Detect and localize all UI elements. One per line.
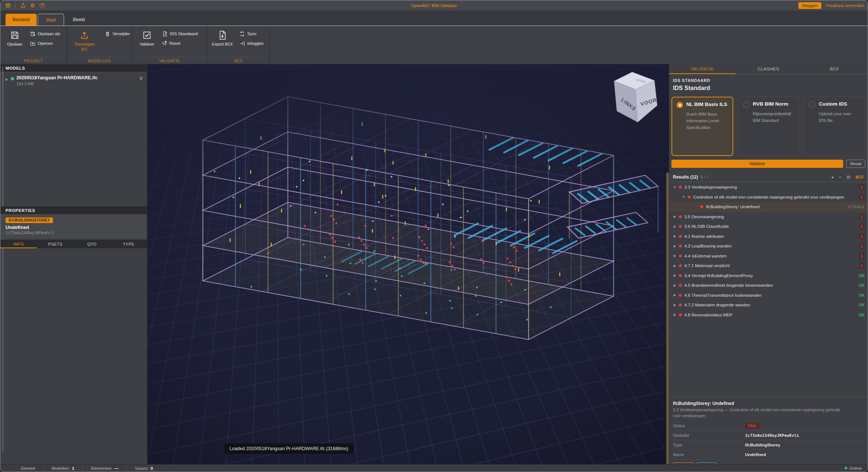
result-row[interactable]: ▶4.6 ThermalTransmittance buitenwandenOK	[669, 290, 868, 300]
help-icon[interactable]: ?	[39, 3, 45, 9]
result-row[interactable]: ▶4.7.2 Materialen dragende wandenOK	[669, 300, 868, 310]
expand-icon[interactable]: ▶	[673, 274, 677, 277]
inloggen-ribbon-button[interactable]: Inloggen	[238, 39, 265, 47]
expand-icon[interactable]: ▶	[673, 264, 677, 267]
reset-button[interactable]: Reset	[846, 160, 865, 168]
expand-icon[interactable]: ▶	[673, 235, 677, 238]
expand-icon[interactable]: ▶	[673, 225, 677, 228]
result-label: 4.5 Brandwerendheid dragende binnenwande…	[684, 283, 773, 287]
element-guid: 1c73oAu1X4RuyJKPeuKvli	[6, 231, 142, 235]
tab-bestand[interactable]: Bestand	[6, 14, 37, 26]
result-row[interactable]: ▼Controleer of elk model een consistente…	[669, 192, 868, 202]
trash-icon	[105, 31, 110, 37]
result-row[interactable]: ▶4.7.1 Materiaal verplicht1	[669, 261, 868, 271]
reset-icon: ↺	[162, 41, 167, 46]
failed-count: 7	[707, 175, 709, 179]
close-icon[interactable]: ×	[839, 175, 841, 179]
sync-icon	[239, 31, 245, 37]
rule-dot-icon	[679, 215, 682, 218]
opslaan-als-button[interactable]: Opslaan als	[29, 30, 62, 38]
app-window: ⚙ ? OpenAEC BIM Validator Inloggen Feedb…	[0, 0, 868, 472]
expand-icon[interactable]: ▶	[673, 245, 677, 248]
results-scrollbar[interactable]	[666, 173, 669, 465]
collapse-icon[interactable]: ▼	[673, 186, 677, 189]
ids-standaard-button[interactable]: IDS Standaard	[161, 30, 199, 38]
ribbon-group-validatie: Valideer IDS Standaard ↺ Reset VALIDATIE	[132, 26, 208, 64]
rule-dot-icon	[679, 284, 682, 287]
expand-icon[interactable]: ▶	[6, 78, 8, 81]
ribbon: Opslaan Opslaan als Openen PROJECT Toevo…	[0, 26, 868, 64]
opslaan-button[interactable]: Opslaan	[3, 28, 27, 56]
result-row[interactable]: ▶4.5 Brandwerendheid dragende binnenwand…	[669, 280, 868, 290]
title-bar: ⚙ ? OpenAEC BIM Validator Inloggen Feedb…	[0, 0, 868, 10]
ids-option-cards: NL BIM Basis ILS Dutch BIM Base Informat…	[671, 97, 865, 156]
option-custom-ids[interactable]: Custom IDS Upload your own IDS file	[804, 97, 865, 156]
models-count-label: Modellen:	[51, 466, 70, 471]
navigation-cube[interactable]: LINKS VOOR BOVEN	[609, 70, 664, 126]
radio-icon[interactable]	[809, 102, 815, 108]
valideer-ribbon-button[interactable]: Valideer	[135, 28, 159, 56]
tab-beeld[interactable]: Beeld	[69, 14, 88, 26]
result-row[interactable]: ▼3.3 Verdiepingsnaamgeving1	[669, 182, 868, 192]
elements-count-value: —	[114, 466, 119, 471]
sync-button[interactable]: Sync	[238, 30, 258, 38]
toevoegen-ifc-button[interactable]: Toevoegen IFC	[71, 28, 98, 56]
viewport-3d[interactable]: LINKS VOOR BOVEN Loaded 20200518Yangsan …	[147, 64, 669, 465]
tab-info[interactable]: INFO	[0, 240, 37, 248]
valideer-button[interactable]: Valideer	[671, 160, 843, 168]
result-row[interactable]: ▶4.3 LoadBearing wanden1	[669, 241, 868, 251]
verwijder-button[interactable]: Verwijder	[103, 30, 131, 38]
expand-icon[interactable]: ▶	[673, 254, 677, 257]
tab-type[interactable]: TYPE	[110, 240, 147, 248]
result-row[interactable]: IfcBuildingStorey: Undefined1c73oAu1	[669, 202, 868, 212]
left-splitter[interactable]	[147, 64, 147, 464]
expand-icon[interactable]: ▶	[673, 293, 677, 297]
issue-count-badge: 1	[859, 194, 865, 200]
radio-icon[interactable]	[743, 102, 750, 108]
expand-icon[interactable]: ▶	[673, 284, 677, 287]
models-count-value: 1	[72, 466, 74, 471]
tab-qto[interactable]: QTO	[74, 240, 110, 248]
reset-ribbon-button[interactable]: ↺ Reset	[161, 39, 182, 47]
tab-start[interactable]: Start	[38, 14, 64, 26]
building-icon[interactable]	[5, 3, 11, 9]
ribbon-tabstrip: Bestand Start Beeld	[0, 10, 868, 26]
option-rvb-bim-norm[interactable]: RVB BIM Norm Rijksvastgoedbedrijf BIM St…	[738, 97, 800, 156]
result-row[interactable]: ▶4.1 Ruimte attributen1	[669, 232, 868, 242]
model-visibility-toggle[interactable]: V	[140, 76, 143, 81]
result-row[interactable]: ▶3.6 NL/SfB Classificatie1	[669, 222, 868, 232]
result-label: 4.7.2 Materialen dragende wanden	[684, 303, 750, 307]
expand-icon[interactable]: ▶	[673, 303, 677, 307]
option-nl-bim-basis-ils[interactable]: NL BIM Basis ILS Dutch BIM Base Informat…	[671, 97, 733, 156]
result-row[interactable]: ▶3.4 Vermijd IfcBuildingElementProxyOK	[669, 271, 868, 281]
results-bcf-button[interactable]: BCF	[855, 175, 864, 179]
share-icon[interactable]	[20, 3, 26, 9]
openen-button[interactable]: Openen	[29, 39, 54, 47]
open-folder-icon	[30, 41, 36, 46]
titlebar-login-button[interactable]: Inloggen	[798, 2, 821, 9]
export-bcf-button[interactable]: Export BCF	[209, 28, 236, 56]
settings-gear-icon[interactable]: ⚙	[30, 3, 36, 9]
model-list-item[interactable]: ▶ 20200518Yangsan Pr-HARDWARE.ifc 184.3 …	[0, 75, 147, 89]
expand-icon[interactable]: ▶	[673, 215, 677, 218]
collapse-icon[interactable]: ▼	[682, 195, 686, 199]
ok-status: OK	[859, 303, 865, 307]
detail-field-row: GlobalId1c73oAu1X4RuyJKPeuKvli	[673, 431, 864, 441]
tab-psets[interactable]: PSETS	[37, 240, 74, 248]
ok-status: OK	[859, 273, 865, 278]
rule-dot-icon	[679, 186, 682, 189]
radio-selected-icon[interactable]	[677, 102, 683, 108]
record-circle-icon[interactable]: ●	[831, 175, 834, 179]
left-panel-scrollbar[interactable]	[2, 66, 3, 452]
report-icon[interactable]: ▤	[847, 174, 850, 179]
result-row[interactable]: ▶4.4 IsExternal wanden1	[669, 251, 868, 261]
detail-title: IfcBuildingStorey: Undefined	[673, 401, 864, 406]
feedback-link[interactable]: Feedback verzenden	[826, 3, 864, 8]
tab-validatie[interactable]: VALIDATIE	[669, 64, 735, 74]
tab-bcf[interactable]: BCF	[801, 64, 868, 74]
expand-icon[interactable]: ▶	[673, 313, 677, 316]
result-row[interactable]: ▶4.8 Renovatiestatus MEPOK	[669, 310, 868, 320]
result-row[interactable]: ▶3.5 Deurnaamgeving1	[669, 212, 868, 222]
tab-clashes[interactable]: CLASHES	[735, 64, 802, 74]
rule-dot-icon	[679, 294, 682, 297]
